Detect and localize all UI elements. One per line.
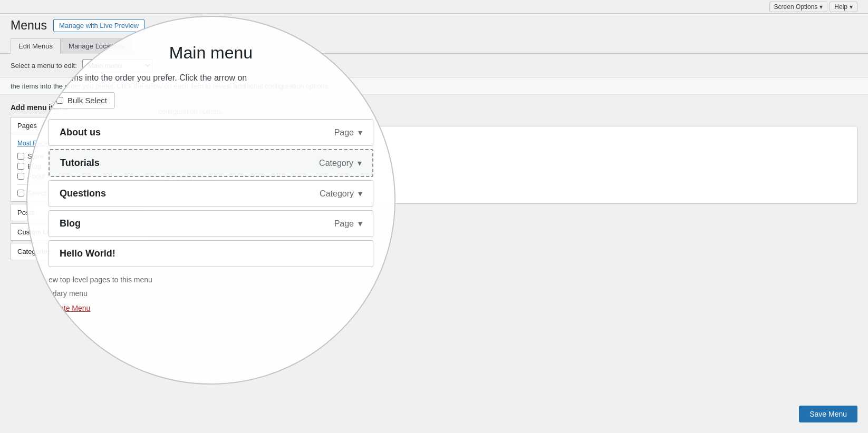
left-panel: Add menu items Pages Most Recent Store B…: [11, 103, 148, 262]
accordion-posts: Posts: [11, 204, 148, 221]
pages-item-about: About: [17, 172, 141, 180]
tabs-container: Edit Menus Manage Locations: [11, 38, 857, 53]
menu-settings: Menu Settings configuration options. ew …: [158, 126, 857, 204]
tab-manage-locations[interactable]: Manage Locations: [61, 38, 132, 54]
menu-select[interactable]: Main menu Footer menu Secondary menu: [82, 59, 152, 72]
select-menu-label: Select a menu to edit:: [11, 62, 77, 70]
page-header: Menus Manage with Live Preview: [0, 14, 868, 34]
accordion-posts-header[interactable]: Posts: [11, 204, 147, 221]
accordion-custom-links-header[interactable]: Custom Links: [11, 224, 147, 240]
instruction-text: the items into the order you prefer. Cli…: [11, 82, 330, 90]
pages-item-store: Store: [17, 152, 141, 160]
settings-checkbox-secondary: ndary menu: [166, 172, 850, 180]
screen-options-button[interactable]: Screen Options ▾: [769, 2, 828, 12]
help-button[interactable]: Help ▾: [830, 2, 857, 12]
screen-options-arrow-icon: ▾: [819, 3, 823, 11]
settings-note-text: configuration options.: [166, 147, 850, 155]
tabs-bar: Edit Menus Manage Locations: [0, 34, 868, 54]
pages-tab-links: Most Recent: [17, 139, 141, 148]
add-menu-items-title: Add menu items: [11, 103, 148, 112]
accordion-categories: Categories: [11, 243, 148, 260]
help-arrow-icon: ▾: [850, 3, 853, 11]
accordion-categories-header[interactable]: Categories: [11, 243, 147, 260]
accordion-custom-links: Custom Links: [11, 223, 148, 241]
select-menu-row: Select a menu to edit: Main menu Footer …: [0, 54, 868, 78]
main-content: Add menu items Pages Most Recent Store B…: [0, 95, 868, 271]
live-preview-button[interactable]: Manage with Live Preview: [53, 19, 144, 32]
checkbox-secondary[interactable]: [166, 172, 173, 179]
select-all-checkbox[interactable]: [17, 190, 24, 196]
accordion-pages: Pages Most Recent Store Blog About: [11, 117, 148, 202]
help-label: Help: [834, 3, 847, 11]
pages-item-blog: Blog: [17, 162, 141, 170]
screen-options-bar: Screen Options ▾ Help ▾: [0, 0, 868, 14]
accordion-pages-header[interactable]: Pages: [11, 117, 147, 134]
right-panel: configuration options. Menu Settings con…: [158, 103, 857, 262]
magnify-delete-menu-link[interactable]: Delete Menu: [49, 304, 373, 312]
tab-edit-menus[interactable]: Edit Menus: [11, 38, 61, 54]
save-menu-button[interactable]: Save Menu: [799, 406, 857, 422]
magnify-settings-note: ew top-level pages to this menu: [49, 275, 373, 284]
settings-note: configuration options.: [158, 103, 857, 120]
accordion-pages-content: Most Recent Store Blog About Select All: [11, 134, 147, 201]
checkbox-top-level[interactable]: [166, 161, 173, 168]
screen-options-label: Screen Options: [774, 3, 818, 11]
delete-menu-link[interactable]: Delete Menu: [166, 188, 205, 196]
settings-checkbox-top-level: ew top-level pages to this menu: [166, 161, 850, 169]
menu-settings-title: Menu Settings: [166, 134, 850, 142]
pages-checkbox-about[interactable]: [17, 173, 24, 180]
pages-checkbox-store[interactable]: [17, 153, 24, 160]
pages-tab-most-recent[interactable]: Most Recent: [17, 139, 56, 148]
instruction-bar: the items into the order you prefer. Cli…: [0, 78, 868, 95]
page-title: Menus: [11, 18, 47, 34]
pages-checkbox-blog[interactable]: [17, 163, 24, 170]
select-all-row: Select All: [17, 184, 141, 197]
magnify-settings-note-2: ndary menu: [49, 289, 373, 298]
